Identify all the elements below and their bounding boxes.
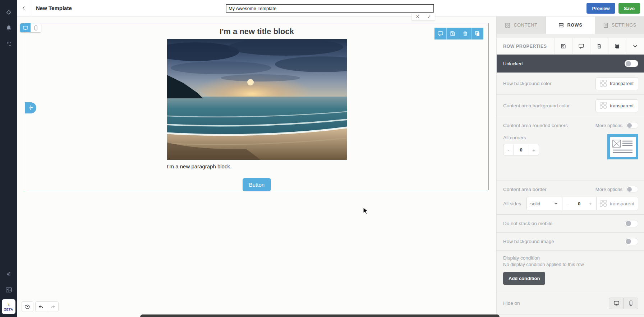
corners-decrement-button[interactable]: - <box>503 144 513 155</box>
rounded-corners-label: Content area rounded corners <box>503 123 595 128</box>
paragraph-block[interactable]: I'm a new paragraph block. <box>164 160 350 169</box>
corners-value[interactable]: 0 <box>513 144 529 155</box>
signal-button[interactable] <box>0 266 17 282</box>
mouse-cursor <box>363 207 370 215</box>
row-props-save-button[interactable] <box>554 38 572 55</box>
save-icon <box>560 43 566 49</box>
border-width-increment[interactable]: + <box>585 201 596 206</box>
copy-icon <box>474 31 480 37</box>
chevron-left-icon <box>21 5 27 11</box>
zeta-badge[interactable]: ZETA <box>2 299 15 314</box>
border-color-value: transparent <box>610 201 634 206</box>
move-icon <box>28 105 34 111</box>
panel-tabs: CONTENT ROWS SETTINGS <box>497 17 644 34</box>
collapse-panel-button[interactable] <box>626 38 644 55</box>
history-icon <box>24 304 31 310</box>
content-background-color-section: Content area background color transparen… <box>497 95 644 117</box>
email-content-column: I'm a new title block <box>164 23 350 191</box>
sparkles-button[interactable] <box>0 36 17 52</box>
stack-on-mobile-label: Do not stack on mobile <box>503 221 625 226</box>
row-background-color-picker[interactable]: transparent <box>595 77 638 90</box>
top-bar: New Template ✕ ✓ Preview Save <box>17 0 644 17</box>
display-condition-status: No display condition applied to this row <box>503 262 638 267</box>
email-button-block[interactable]: Button <box>243 178 271 191</box>
grid-icon <box>505 22 511 28</box>
tab-rows-label: ROWS <box>567 23 582 28</box>
settings-doc-icon <box>603 22 609 28</box>
rounded-corners-more-options-toggle[interactable] <box>626 122 638 129</box>
row-duplicate-button[interactable] <box>471 28 483 39</box>
preview-button[interactable]: Preview <box>586 3 615 14</box>
diamond-logo-icon <box>5 9 13 16</box>
border-controls: solid - 0 + transparent <box>526 197 638 210</box>
content-background-color-picker[interactable]: transparent <box>595 99 638 112</box>
row-toolbar <box>434 28 483 39</box>
tab-rows[interactable]: ROWS <box>546 17 595 34</box>
history-button[interactable] <box>22 302 33 312</box>
row-structure-thumbnail <box>607 134 638 159</box>
device-preview-toggle <box>20 23 41 32</box>
properties-panel: CONTENT ROWS SETTINGS ROW PROPERTIES <box>496 17 644 317</box>
address-book-icon <box>5 286 13 294</box>
add-condition-button[interactable]: Add condition <box>503 272 545 285</box>
row-save-button[interactable] <box>446 28 459 39</box>
save-button[interactable]: Save <box>618 3 640 14</box>
tab-settings[interactable]: SETTINGS <box>595 17 644 34</box>
hide-on-buttons <box>609 298 638 309</box>
row-properties-header: ROW PROPERTIES <box>497 38 644 55</box>
name-confirm-button[interactable]: ✓ <box>423 13 435 20</box>
corners-increment-button[interactable]: + <box>529 144 539 155</box>
border-width-value[interactable]: 0 <box>574 201 585 206</box>
mobile-view-button[interactable] <box>31 23 41 32</box>
notifications-button[interactable] <box>0 20 17 36</box>
hide-on-mobile-button[interactable] <box>624 298 638 309</box>
tab-content[interactable]: CONTENT <box>497 17 546 34</box>
display-condition-label: Display condition <box>503 255 638 261</box>
hide-on-desktop-button[interactable] <box>609 298 624 309</box>
border-style-value: solid <box>530 201 553 206</box>
history-bar <box>22 301 59 312</box>
bell-icon <box>5 24 13 32</box>
stack-on-mobile-toggle[interactable] <box>625 220 638 227</box>
all-sides-label: All sides <box>503 201 526 206</box>
row-background-color-value: transparent <box>610 81 634 86</box>
page-title: New Template <box>36 5 72 11</box>
phone-icon <box>628 300 634 306</box>
desktop-view-button[interactable] <box>20 23 31 32</box>
trash-icon <box>462 31 468 37</box>
row-props-duplicate-button[interactable] <box>608 38 626 55</box>
title-block[interactable]: I'm a new title block <box>164 27 350 36</box>
content-border-section: Content area border More options All sid… <box>497 181 644 215</box>
border-style-select[interactable]: solid <box>526 197 562 210</box>
signal-icon <box>5 270 13 278</box>
address-book-button[interactable] <box>0 282 17 298</box>
border-width-decrement[interactable]: - <box>562 201 574 206</box>
undo-button[interactable] <box>36 302 47 312</box>
save-icon <box>450 31 456 37</box>
border-more-options-toggle[interactable] <box>626 186 638 192</box>
tabs-gap <box>497 34 644 38</box>
template-name-input[interactable] <box>226 4 434 13</box>
selected-row[interactable]: I'm a new title block <box>25 23 489 190</box>
unlocked-toggle[interactable] <box>625 60 638 67</box>
hide-on-label: Hide on <box>503 300 609 306</box>
row-props-delete-button[interactable] <box>590 38 608 55</box>
left-nav-rail: ZETA <box>0 0 17 317</box>
row-background-image-toggle[interactable] <box>625 238 638 245</box>
name-cancel-button[interactable]: ✕ <box>412 13 423 20</box>
display-condition-section: Display condition No display condition a… <box>497 251 644 292</box>
transparent-swatch-icon <box>600 200 607 207</box>
copy-icon <box>614 43 620 49</box>
border-color-picker[interactable]: transparent <box>596 197 638 210</box>
row-delete-button[interactable] <box>459 28 471 39</box>
row-comment-button[interactable] <box>434 28 446 39</box>
zeta-logo-button[interactable] <box>0 4 17 20</box>
unlocked-bar: Unlocked <box>497 55 644 73</box>
row-props-comment-button[interactable] <box>572 38 590 55</box>
redo-button[interactable] <box>47 302 58 312</box>
editor-canvas[interactable]: I'm a new title block <box>17 17 496 317</box>
name-edit-popover: ✕ ✓ <box>412 13 435 20</box>
beach-image-block[interactable] <box>167 39 347 160</box>
row-drag-handle[interactable] <box>25 102 36 113</box>
back-button[interactable] <box>17 0 30 17</box>
